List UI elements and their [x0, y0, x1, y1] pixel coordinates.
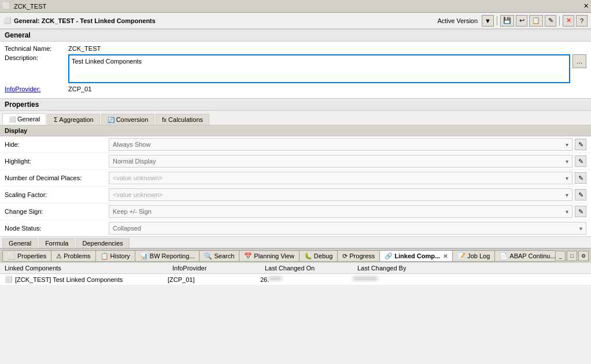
decimal-edit-button[interactable]: ✎: [575, 172, 586, 184]
properties-tabs: ⬜ General Σ Aggregation 🔄 Conversion fx …: [0, 111, 591, 125]
hide-value: Always Show: [113, 141, 150, 148]
bw-reporting-icon: 📊: [140, 252, 148, 260]
taskbar-abap-label: ABAP Continu...: [509, 252, 555, 259]
hide-edit-button[interactable]: ✎: [575, 139, 586, 150]
help-button[interactable]: ?: [576, 15, 588, 27]
taskbar-history-label: History: [110, 252, 130, 259]
description-input[interactable]: Test Linked Components: [68, 54, 570, 83]
taskbar-properties[interactable]: ⬜ Properties: [2, 250, 51, 262]
description-row: Description: Test Linked Components …: [5, 54, 586, 83]
copy-button[interactable]: 📋: [529, 15, 543, 27]
change-sign-label: Change Sign:: [5, 208, 109, 215]
scaling-edit-button[interactable]: ✎: [575, 189, 586, 200]
taskbar-problems-label: Problems: [64, 252, 90, 259]
active-version-dropdown[interactable]: ▼: [482, 15, 494, 27]
change-sign-value: Keep +/- Sign: [113, 208, 152, 215]
scaling-factor-select[interactable]: <value unknown> ▾: [109, 188, 572, 201]
taskbar-minimize[interactable]: _: [555, 251, 566, 261]
aggregation-tab-icon: Σ: [54, 117, 57, 123]
toolbar-title: General: ZCK_TEST - Test Linked Componen…: [14, 17, 156, 24]
bottom-tabs: General Formula Dependencies: [0, 236, 591, 248]
description-browse-button[interactable]: …: [572, 54, 586, 68]
progress-icon: ⟳: [342, 252, 348, 260]
linked-components-area: Linked Components InfoProvider Last Chan…: [0, 263, 591, 285]
problems-icon: ⚠: [56, 252, 62, 260]
tab-general-bottom[interactable]: General: [2, 238, 38, 248]
main-toolbar: ⬜ General: ZCK_TEST - Test Linked Compon…: [0, 13, 591, 29]
taskbar-job-log[interactable]: 📝 Job Log: [452, 250, 494, 262]
close-button[interactable]: ✕: [563, 15, 574, 27]
undo-button[interactable]: ↩: [516, 15, 527, 27]
taskbar-job-log-label: Job Log: [467, 252, 490, 259]
tab-aggregation[interactable]: Σ Aggregation: [47, 114, 100, 125]
linked-close-btn[interactable]: ✕: [443, 253, 448, 259]
scaling-dropdown-arrow: ▾: [566, 192, 568, 198]
taskbar-linked[interactable]: 🔗 Linked Comp... ✕: [379, 250, 452, 262]
decimal-dropdown-arrow: ▾: [566, 175, 568, 181]
taskbar-progress[interactable]: ⟳ Progress: [337, 250, 379, 262]
decimal-places-row: Number of Decimal Places: <value unknown…: [0, 170, 591, 187]
taskbar-search[interactable]: 🔍 Search: [199, 250, 239, 262]
linked-row-0[interactable]: ⬜ [ZCK_TEST] Test Linked Components [ZCP…: [0, 274, 591, 285]
save-button[interactable]: 💾: [500, 15, 514, 27]
highlight-value: Normal Display: [113, 158, 156, 165]
tab-calculations[interactable]: fx Calculations: [156, 114, 209, 125]
hide-label: Hide:: [5, 141, 109, 148]
title-bar-close[interactable]: ✕: [583, 2, 589, 10]
taskbar-abap[interactable]: 📄 ABAP Continu...: [494, 250, 555, 262]
node-status-row: Node Status: Collapsed ▾: [0, 220, 591, 236]
taskbar-settings[interactable]: ⚙: [578, 251, 589, 261]
abap-icon: 📄: [500, 252, 508, 260]
change-sign-edit-button[interactable]: ✎: [575, 206, 586, 217]
highlight-dropdown-arrow: ▾: [566, 158, 568, 165]
taskbar-bw-reporting[interactable]: 📊 BW Reporting...: [135, 250, 200, 262]
hide-row: Hide: Always Show ▾ ✎: [0, 136, 591, 153]
tab-conversion[interactable]: 🔄 Conversion: [101, 114, 155, 125]
conversion-tab-icon: 🔄: [108, 117, 114, 123]
node-status-label: Node Status:: [5, 225, 109, 232]
highlight-row: Highlight: Normal Display ▾ ✎: [0, 153, 591, 170]
calculations-tab-icon: fx: [162, 117, 167, 123]
taskbar-planning[interactable]: 📅 Planning View: [239, 250, 299, 262]
display-grid: Hide: Always Show ▾ ✎ Highlight: Norm: [0, 136, 591, 236]
linked-icon: 🔗: [385, 252, 393, 260]
info-provider-label: InfoProvider:: [5, 86, 68, 92]
taskbar-maximize[interactable]: □: [567, 251, 577, 261]
taskbar-right-buttons: _ □ ⚙: [555, 251, 589, 261]
taskbar-problems[interactable]: ⚠ Problems: [51, 250, 95, 262]
hide-select[interactable]: Always Show ▾: [109, 138, 572, 151]
highlight-select[interactable]: Normal Display ▾: [109, 155, 572, 168]
decimal-places-select[interactable]: <value unknown> ▾: [109, 172, 572, 184]
change-sign-select[interactable]: Keep +/- Sign ▾: [109, 205, 572, 218]
technical-name-label: Technical Name:: [5, 45, 68, 52]
properties-section: Properties ⬜ General Σ Aggregation 🔄 Con…: [0, 98, 591, 248]
tab-formula-bottom[interactable]: Formula: [39, 238, 75, 248]
node-status-select[interactable]: Collapsed ▾: [109, 222, 586, 235]
taskbar-history[interactable]: 📋 History: [95, 250, 135, 262]
col-last-changed-by: Last Changed By: [357, 265, 586, 272]
taskbar-search-label: Search: [214, 252, 234, 259]
linked-table-header: Linked Components InfoProvider Last Chan…: [0, 263, 591, 274]
technical-name-row: Technical Name: ZCK_TEST: [5, 45, 586, 52]
title-bar: ⬜ ZCK_TEST ✕: [0, 0, 591, 13]
job-log-icon: 📝: [457, 252, 466, 260]
linked-changed-on-0: 26.*****: [260, 276, 353, 283]
info-provider-value: ZCP_01: [68, 86, 91, 92]
taskbar-debug[interactable]: 🐛 Debug: [299, 250, 337, 262]
taskbar-items: ⬜ Properties ⚠ Problems 📋 History 📊 BW R…: [2, 250, 555, 262]
edit-button[interactable]: ✎: [545, 15, 556, 27]
tab-dependencies-bottom[interactable]: Dependencies: [76, 238, 129, 248]
hide-dropdown-arrow: ▾: [566, 142, 568, 148]
highlight-edit-button[interactable]: ✎: [575, 155, 586, 167]
toolbar-separator-2: [559, 16, 560, 25]
planning-icon: 📅: [244, 252, 252, 260]
active-version-label: Active Version: [437, 17, 478, 24]
scaling-factor-label: Scaling Factor:: [5, 191, 109, 198]
toolbar-separator: [497, 16, 497, 25]
linked-changed-by-0: **********: [353, 276, 586, 283]
taskbar-planning-label: Planning View: [254, 252, 294, 259]
tab-general[interactable]: ⬜ General: [2, 113, 46, 125]
info-provider-link[interactable]: InfoProvider:: [5, 86, 40, 92]
properties-header: Properties: [0, 98, 591, 111]
description-label: Description:: [5, 54, 68, 61]
